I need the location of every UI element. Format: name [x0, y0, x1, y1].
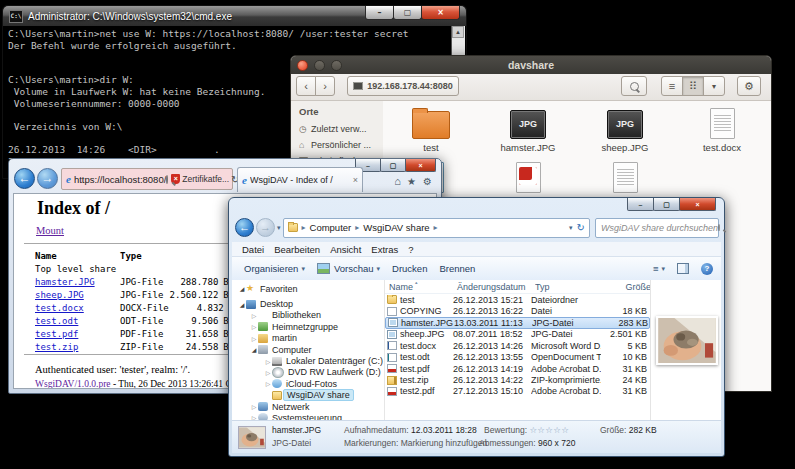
details-tags[interactable]: Markierungen: Markierung hinzufügen: [344, 438, 487, 448]
file-row[interactable]: test 26.12.2013 15:21 Dateiordner: [385, 294, 650, 305]
help-button[interactable]: ?: [701, 263, 713, 275]
file-item[interactable]: test.docx: [674, 105, 770, 153]
file-link[interactable]: test.odt: [35, 316, 78, 326]
column-date[interactable]: Änderungsdatum: [457, 282, 535, 292]
nav-item-icloud-fotos[interactable]: ▷ iCloud-Fotos: [232, 378, 384, 389]
file-link[interactable]: sheep.JPG: [35, 290, 84, 300]
address-dropdown-icon[interactable]: ▾: [569, 224, 573, 232]
list-view-button[interactable]: ≡: [661, 76, 683, 96]
minimize-button[interactable]: [314, 60, 325, 71]
back-button[interactable]: ‹: [296, 76, 316, 96]
address-button[interactable]: 192.168.178.44:8080: [347, 76, 459, 96]
maximize-button[interactable]: ▢: [653, 198, 680, 211]
back-button[interactable]: ←: [235, 218, 254, 237]
expand-icon[interactable]: ▷: [264, 380, 272, 387]
tags-value[interactable]: Markierung hinzufügen: [401, 438, 487, 448]
menu-extras[interactable]: Extras: [371, 244, 398, 255]
forward-button[interactable]: →: [256, 218, 275, 237]
file-link[interactable]: test.zip: [35, 342, 78, 352]
nav-item-computer[interactable]: ◢ Computer: [232, 344, 384, 355]
browser-tab[interactable]: e WsgiDAV - Index of / ×: [237, 167, 363, 192]
expand-icon[interactable]: ▷: [250, 323, 258, 330]
file-row[interactable]: test.docx 26.12.2013 14:26 Microsoft Wor…: [385, 340, 650, 351]
file-row[interactable]: test.odt 26.12.2013 13:55 OpenDocument T…: [385, 352, 650, 363]
menu-datei[interactable]: Datei: [242, 244, 264, 255]
details-rating[interactable]: Bewertung: ☆ ☆ ☆ ☆ ☆: [484, 425, 568, 435]
expand-icon[interactable]: ◢: [238, 285, 246, 292]
mount-link[interactable]: Mount: [36, 225, 64, 236]
print-button[interactable]: Drucken: [392, 263, 427, 274]
nautilus-titlebar[interactable]: davshare: [291, 56, 771, 74]
file-row[interactable]: sheep.JPG 08.07.2011 18:52 JPG-Datei 2.5…: [385, 329, 650, 340]
gear-button[interactable]: ⚙: [737, 76, 761, 96]
refresh-icon[interactable]: ↻: [577, 222, 585, 233]
close-button[interactable]: ×: [679, 198, 716, 211]
cmd-titlebar[interactable]: C:\ Administrator: C:\Windows\system32\c…: [3, 6, 466, 26]
view-options-chevron[interactable]: ▾: [703, 76, 725, 96]
menu-help[interactable]: ?: [408, 244, 413, 255]
close-button[interactable]: ×: [405, 159, 436, 172]
maximize-button[interactable]: [331, 60, 342, 71]
file-item[interactable]: test: [383, 105, 479, 153]
close-button[interactable]: [297, 60, 308, 71]
close-button[interactable]: ×: [421, 6, 460, 20]
breadcrumb-current[interactable]: WsgiDAV share: [363, 222, 429, 233]
minimize-button[interactable]: –: [627, 198, 654, 211]
certificate-error-label[interactable]: Zertifikatfe...: [182, 174, 229, 184]
nav-item-heimnetzgruppe[interactable]: ▷ Heimnetzgruppe: [232, 321, 384, 332]
search-button[interactable]: [621, 76, 647, 96]
sidebar-item-home[interactable]: ⌂ Persönlicher ...: [291, 137, 383, 153]
maximize-button[interactable]: ▢: [393, 6, 422, 20]
menu-ansicht[interactable]: Ansicht: [330, 244, 361, 255]
file-row[interactable]: test.zip 26.12.2013 14:22 ZIP-komprimier…: [385, 374, 650, 385]
breadcrumb-computer[interactable]: Computer: [310, 222, 352, 233]
expand-icon[interactable]: ◢: [238, 301, 246, 308]
tools-gear-icon[interactable]: ⚙: [423, 176, 432, 187]
nav-item-desktop[interactable]: ◢ Desktop: [232, 298, 384, 309]
breadcrumb[interactable]: ▸ Computer ▸ WsgiDAV share ▸ ▾ ↻: [283, 218, 590, 238]
rating-stars-icon[interactable]: ☆ ☆ ☆ ☆ ☆: [529, 425, 568, 435]
organize-button[interactable]: Organisieren ▾: [244, 263, 305, 274]
sidebar-item-recent[interactable]: ◷ Zuletzt verw...: [291, 121, 383, 137]
column-name[interactable]: Name ▴: [385, 282, 457, 292]
nav-item-martin[interactable]: ▷ martin: [232, 333, 384, 344]
nav-item-netzwerk[interactable]: ▷ Netzwerk: [232, 401, 384, 412]
expand-icon[interactable]: ◢: [250, 346, 258, 353]
wsgidav-version-link[interactable]: WsgiDAV/1.0.0.pre: [35, 379, 111, 389]
search-box[interactable]: [595, 218, 719, 238]
grid-view-button[interactable]: ⠿: [682, 76, 704, 96]
expand-icon[interactable]: ▷: [250, 403, 258, 410]
file-item[interactable]: JPG hamster.JPG: [480, 105, 576, 153]
file-row[interactable]: test.pdf 26.12.2013 14:19 Adobe Acrobat …: [385, 363, 650, 374]
favorites-star-icon[interactable]: ★: [407, 176, 416, 187]
file-row[interactable]: test2.pdf 27.12.2013 15:10 Adobe Acrobat…: [385, 386, 650, 397]
file-link[interactable]: hamster.JPG: [35, 277, 95, 287]
address-bar[interactable]: e https://localhost:8080/ × Zertifikatfe…: [61, 168, 233, 190]
expand-icon[interactable]: ▷: [264, 369, 272, 376]
home-icon[interactable]: ⌂: [394, 175, 401, 187]
expand-icon[interactable]: ▷: [264, 358, 272, 365]
minimize-button[interactable]: –: [365, 6, 394, 20]
maximize-button[interactable]: ▢: [380, 159, 406, 172]
expand-icon[interactable]: ▷: [250, 335, 258, 342]
file-item[interactable]: JPG sheep.JPG: [577, 105, 673, 153]
search-input[interactable]: [596, 223, 718, 233]
expand-icon[interactable]: ▷: [250, 312, 258, 319]
forward-button[interactable]: →: [37, 168, 58, 189]
views-button[interactable]: ≡ ▾: [653, 263, 665, 274]
column-size[interactable]: Größe: [605, 282, 651, 292]
file-row-selected[interactable]: hamster.JPG 13.03.2011 11:13 JPG-Datei 2…: [385, 317, 650, 329]
search-icon[interactable]: [166, 175, 168, 184]
tab-close-icon[interactable]: ×: [353, 175, 358, 185]
history-dropdown-icon[interactable]: ▾: [277, 224, 281, 232]
forward-button[interactable]: ›: [315, 76, 335, 96]
back-button[interactable]: ←: [14, 168, 35, 189]
file-row[interactable]: COPYING 26.12.2013 16:22 Datei 18 KB: [385, 305, 650, 316]
nav-item-favoriten[interactable]: ◢ ★ Favoriten: [232, 283, 384, 294]
file-link[interactable]: test.docx: [35, 303, 84, 313]
menu-bearbeiten[interactable]: Bearbeiten: [274, 244, 320, 255]
nav-item-dvd-drive[interactable]: ▷ DVD RW Laufwerk (D:): [232, 367, 384, 378]
nav-item-bibliotheken[interactable]: ▷ Bibliotheken: [232, 310, 384, 321]
nav-item-local-disk[interactable]: ▷ Lokaler Datenträger (C:): [232, 355, 384, 366]
file-link[interactable]: test.pdf: [35, 329, 78, 339]
